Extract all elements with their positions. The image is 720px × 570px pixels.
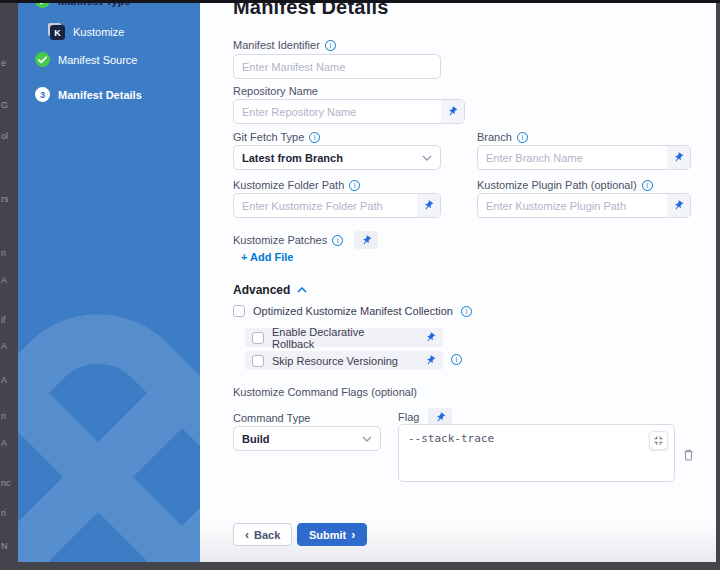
declarative-rollback-checkbox[interactable] [252, 332, 264, 344]
kustomize-folder-path-label: Kustomize Folder Path [233, 179, 360, 191]
checkbox-label: Enable Declarative Rollback [272, 326, 409, 350]
checkbox-label: Optimized Kustomize Manifest Collection [253, 305, 453, 317]
skip-versioning-row: Skip Resource Versioning [245, 351, 443, 370]
label-text: Kustomize Command Flags (optional) [233, 386, 417, 398]
kustomize-folder-path-input[interactable] [234, 194, 417, 217]
chevron-right-icon: › [351, 529, 355, 541]
delete-icon[interactable] [682, 448, 695, 462]
select-value: Build [242, 433, 270, 445]
wizard-step-label: Manifest Type [58, 3, 131, 7]
info-icon[interactable] [309, 132, 320, 143]
command-type-select[interactable]: Build [233, 426, 381, 451]
pin-icon-button[interactable] [354, 231, 378, 249]
expand-icon[interactable] [649, 431, 668, 450]
wizard-substep-kustomize[interactable]: K Kustomize [48, 23, 124, 40]
pin-icon[interactable] [667, 194, 690, 217]
backdrop-text-fragment: A [1, 375, 18, 385]
advanced-section-toggle[interactable]: Advanced [233, 283, 307, 297]
manifest-details-panel: Manifest Details Manifest Identifier Rep… [200, 3, 716, 562]
label-text: Branch [477, 131, 512, 143]
repository-name-input[interactable] [234, 100, 441, 123]
repository-name-field [233, 99, 465, 124]
backdrop-text-fragment: n [1, 411, 18, 421]
backdrop-text-fragment: G [1, 100, 18, 110]
info-icon[interactable] [349, 180, 360, 191]
label-text: Flag [398, 411, 419, 423]
wizard-step-manifest-type[interactable]: Manifest Type [35, 3, 131, 8]
label-text: Git Fetch Type [233, 131, 304, 143]
label-text: Kustomize Folder Path [233, 179, 344, 191]
back-button-label: Back [254, 529, 280, 541]
page-title: Manifest Details [233, 3, 388, 19]
label-text: Repository Name [233, 85, 318, 97]
info-icon[interactable] [517, 132, 528, 143]
chevron-up-icon [297, 287, 307, 293]
flag-textarea[interactable]: --stack-trace [398, 424, 675, 482]
kustomize-patches-label: Kustomize Patches [233, 231, 378, 249]
back-button[interactable]: ‹ Back [233, 523, 292, 546]
info-icon[interactable] [461, 306, 472, 317]
submit-button[interactable]: Submit › [297, 523, 367, 546]
manifest-identifier-field [233, 54, 441, 79]
manifest-identifier-input[interactable] [234, 55, 440, 78]
repository-name-label: Repository Name [233, 85, 318, 97]
optimized-collection-checkbox[interactable] [233, 305, 245, 317]
advanced-label: Advanced [233, 283, 290, 297]
info-icon[interactable] [642, 180, 653, 191]
backdrop-text-fragment: nc [1, 478, 18, 488]
command-flags-section-label: Kustomize Command Flags (optional) [233, 386, 417, 398]
check-circle-icon [35, 3, 50, 8]
select-value: Latest from Branch [242, 152, 343, 164]
flag-value: --stack-trace [408, 432, 494, 445]
backdrop-text-fragment: n [1, 248, 18, 258]
wizard-step-manifest-details[interactable]: 3 Manifest Details [35, 87, 142, 102]
declarative-rollback-row: Enable Declarative Rollback [245, 328, 443, 347]
info-icon[interactable] [451, 354, 462, 365]
checkbox-label: Skip Resource Versioning [272, 355, 398, 367]
skip-versioning-checkbox[interactable] [252, 355, 264, 367]
submit-button-label: Submit [309, 529, 346, 541]
kustomize-plugin-path-field [477, 193, 691, 218]
chevron-down-icon [362, 436, 372, 442]
label-text: Command Type [233, 412, 310, 424]
manifest-identifier-label: Manifest Identifier [233, 39, 336, 51]
optimized-collection-row: Optimized Kustomize Manifest Collection [233, 305, 472, 317]
pin-icon[interactable] [667, 146, 690, 169]
add-file-button[interactable]: + Add File [241, 251, 293, 263]
label-text: Kustomize Patches [233, 234, 327, 246]
backdrop-text-fragment: if [1, 315, 18, 325]
label-text: Manifest Identifier [233, 39, 320, 51]
branch-label: Branch [477, 131, 528, 143]
branch-input[interactable] [478, 146, 667, 169]
chevron-left-icon: ‹ [245, 529, 249, 541]
kustomize-plugin-path-input[interactable] [478, 194, 667, 217]
backdrop-text-fragment: A [1, 341, 18, 351]
pin-icon[interactable] [417, 194, 440, 217]
backdrop-text-fragment: ol [1, 131, 18, 141]
label-text: Kustomize Plugin Path (optional) [477, 179, 637, 191]
backdrop-text-fragment: ri [1, 508, 18, 518]
kustomize-icon: K [48, 23, 65, 40]
kustomize-folder-path-field [233, 193, 441, 218]
backdrop-text-fragment: A [1, 438, 18, 448]
backdrop-text-fragment: rs [1, 194, 18, 204]
command-type-label: Command Type [233, 412, 310, 424]
backdrop-text-fragment: e [1, 58, 18, 68]
chevron-down-icon [422, 155, 432, 161]
check-circle-icon [35, 52, 50, 67]
kustomize-plugin-path-label: Kustomize Plugin Path (optional) [477, 179, 653, 191]
info-icon[interactable] [332, 235, 343, 246]
pin-icon[interactable] [423, 353, 438, 368]
pin-icon[interactable] [441, 100, 464, 123]
info-icon[interactable] [325, 40, 336, 51]
backdrop-text-fragment: N [1, 541, 18, 551]
wizard-step-manifest-source[interactable]: Manifest Source [35, 52, 137, 67]
step-number-badge: 3 [35, 87, 50, 102]
git-fetch-type-label: Git Fetch Type [233, 131, 320, 143]
branch-field [477, 145, 691, 170]
git-fetch-type-select[interactable]: Latest from Branch [233, 145, 441, 170]
wizard-step-label: Manifest Source [58, 54, 137, 66]
pin-icon[interactable] [423, 330, 438, 345]
wizard-step-label: Manifest Details [58, 89, 142, 101]
backdrop-text-fragment: A [1, 275, 18, 285]
